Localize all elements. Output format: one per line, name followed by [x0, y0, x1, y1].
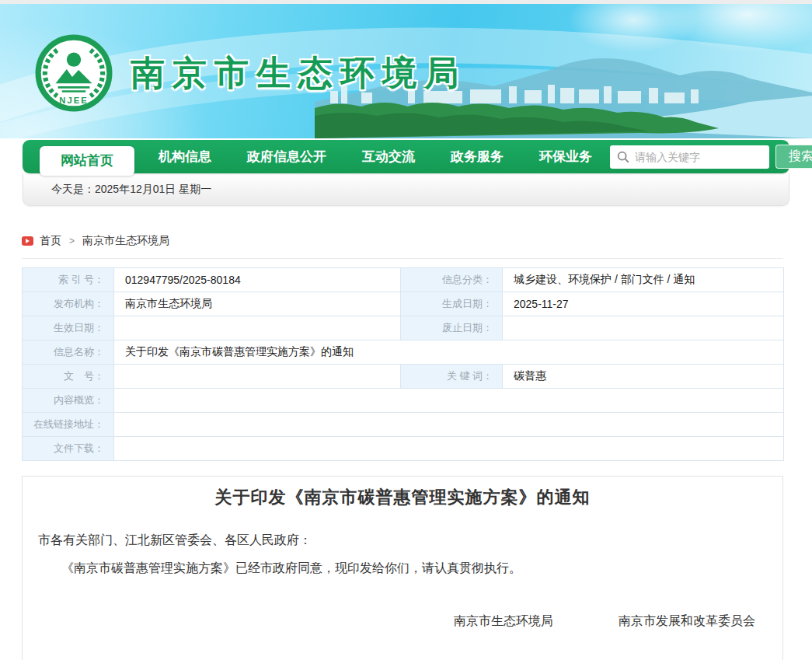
effective-date-value [114, 316, 401, 340]
breadcrumb-marker-icon [22, 236, 33, 246]
publisher-label: 发布机构： [23, 292, 114, 316]
created-date-label: 生成日期： [401, 292, 503, 316]
nav-tab-services[interactable]: 政务服务 [433, 140, 521, 173]
breadcrumb-separator: > [69, 236, 75, 246]
search-icon [616, 150, 630, 164]
abolish-date-value [503, 316, 784, 340]
index-number-value: 012947795/2025-80184 [114, 268, 401, 292]
document-meta-table: 索 引 号： 012947795/2025-80184 信息分类： 城乡建设、环… [22, 267, 784, 461]
search-input[interactable] [610, 145, 769, 169]
svg-text:NJEE: NJEE [59, 96, 88, 105]
nav-tab-org-info[interactable]: 机构信息 [141, 140, 229, 173]
file-download-value [114, 437, 784, 461]
info-category-label: 信息分类： [401, 268, 503, 292]
article-body: 市各有关部门、江北新区管委会、各区人民政府： 《南京市碳普惠管理实施方案》已经市… [23, 526, 782, 660]
info-name-value: 关于印发《南京市碳普惠管理实施方案》的通知 [114, 340, 784, 365]
site-banner: NJEE 南京市生态环境局 [0, 4, 812, 138]
table-row: 在线链接地址： [23, 413, 784, 437]
site-logo[interactable]: NJEE 南京市生态环境局 [34, 33, 466, 113]
search-box [610, 145, 769, 169]
main-navigation: 网站首页 机构信息 政府信息公开 互动交流 政务服务 环保业务 搜索 [23, 140, 789, 173]
online-link-label: 在线链接地址： [23, 413, 114, 437]
table-row: 索 引 号： 012947795/2025-80184 信息分类： 城乡建设、环… [23, 268, 784, 292]
today-date-text: 今天是：2025年12月01日 星期一 [51, 183, 211, 197]
article-panel: 关于印发《南京市碳普惠管理实施方案》的通知 市各有关部门、江北新区管委会、各区人… [22, 476, 783, 660]
signature-row-1: 南京市生态环境局 南京市发展和改革委员会 [38, 607, 767, 635]
signature-org: 南京市发展和改革委员会 [619, 607, 755, 635]
created-date-value: 2025-11-27 [503, 292, 784, 316]
nav-tab-env-business[interactable]: 环保业务 [521, 140, 610, 173]
abolish-date-label: 废止日期： [401, 316, 503, 340]
index-number-label: 索 引 号： [23, 268, 114, 292]
file-download-label: 文件下载： [23, 437, 114, 461]
summary-value [114, 389, 784, 413]
table-row: 生效日期： 废止日期： [23, 316, 784, 340]
signature-org: 南京市数据局 [491, 654, 566, 660]
doc-number-value [114, 365, 401, 389]
table-row: 文 号： 关 键 词： 碳普惠 [23, 365, 784, 389]
breadcrumb-current: 南京市生态环境局 [82, 234, 169, 248]
article-title: 关于印发《南京市碳普惠管理实施方案》的通知 [23, 486, 782, 509]
search-button[interactable]: 搜索 [775, 145, 812, 169]
breadcrumb-home-link[interactable]: 首页 [40, 234, 61, 248]
article-salutation: 市各有关部门、江北新区管委会、各区人民政府： [38, 526, 767, 554]
doc-number-label: 文 号： [23, 365, 114, 389]
keyword-label: 关 键 词： [401, 365, 503, 389]
date-bar: 今天是：2025年12月01日 星期一 [23, 173, 789, 206]
signature-org: 南京市机关事务管理局 [631, 654, 755, 660]
breadcrumb: 首页 > 南京市生态环境局 [22, 234, 783, 259]
signature-row-2: 南京市数据局 南京市机关事务管理局 [38, 654, 767, 660]
table-row: 内容概览： [23, 389, 784, 413]
njee-emblem-icon: NJEE [34, 33, 113, 113]
table-row: 文件下载： [23, 437, 784, 461]
nav-tab-interaction[interactable]: 互动交流 [344, 140, 433, 173]
table-row: 信息名称： 关于印发《南京市碳普惠管理实施方案》的通知 [23, 340, 784, 365]
nav-tab-gov-disclosure[interactable]: 政府信息公开 [229, 140, 344, 173]
keyword-value: 碳普惠 [503, 365, 784, 389]
summary-label: 内容概览： [23, 389, 114, 413]
info-category-value: 城乡建设、环境保护 / 部门文件 / 通知 [503, 268, 784, 292]
signature-org: 南京市生态环境局 [454, 607, 553, 635]
online-link-value [114, 413, 784, 437]
table-row: 发布机构： 南京市生态环境局 生成日期： 2025-11-27 [23, 292, 784, 316]
site-title: 南京市生态环境局 [131, 51, 466, 96]
nav-tab-home[interactable]: 网站首页 [40, 146, 134, 176]
publisher-value: 南京市生态环境局 [114, 292, 401, 316]
effective-date-label: 生效日期： [23, 316, 114, 340]
search-area: 搜索 [610, 145, 812, 169]
info-name-label: 信息名称： [23, 340, 114, 365]
main-content: 首页 > 南京市生态环境局 索 引 号： 012947795/2025-8018… [22, 234, 783, 660]
article-paragraph: 《南京市碳普惠管理实施方案》已经市政府同意，现印发给你们，请认真贯彻执行。 [38, 554, 767, 582]
